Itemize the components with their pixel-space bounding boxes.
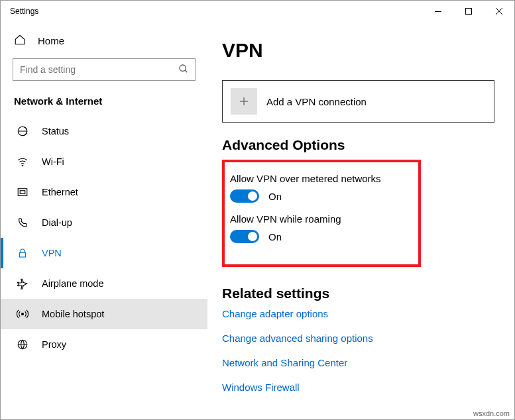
- sidebar-item-status[interactable]: Status: [1, 116, 207, 146]
- watermark: wsxdn.com: [473, 409, 510, 417]
- sidebar-item-dialup[interactable]: Dial-up: [1, 207, 207, 238]
- search-icon: [178, 64, 189, 77]
- home-label: Home: [38, 35, 64, 46]
- sidebar-item-vpn[interactable]: VPN: [1, 238, 207, 268]
- page-title: VPN: [222, 39, 494, 62]
- category-header: Network & Internet: [1, 91, 207, 116]
- svg-line-5: [185, 70, 187, 72]
- home-link[interactable]: Home: [1, 27, 207, 54]
- sidebar-item-ethernet[interactable]: Ethernet: [1, 177, 207, 207]
- sidebar-item-proxy[interactable]: Proxy: [1, 329, 207, 360]
- svg-point-4: [180, 65, 186, 71]
- home-icon: [14, 34, 26, 48]
- svg-point-7: [22, 165, 23, 166]
- airplane-icon: [17, 278, 29, 289]
- add-vpn-label: Add a VPN connection: [266, 96, 367, 107]
- toggle-roaming-switch[interactable]: [230, 230, 259, 243]
- svg-point-11: [22, 313, 24, 315]
- titlebar: Settings: [1, 1, 514, 22]
- ethernet-icon: [17, 186, 29, 198]
- maximize-button[interactable]: [453, 1, 484, 22]
- sidebar-item-label: Ethernet: [42, 187, 78, 197]
- main-content: VPN Add a VPN connection Advanced Option…: [207, 22, 514, 419]
- toggle-metered: Allow VPN over metered networks On: [230, 173, 408, 203]
- status-icon: [17, 125, 29, 137]
- sidebar-item-label: Wi-Fi: [42, 156, 64, 167]
- toggle-metered-switch[interactable]: [230, 189, 259, 203]
- close-button[interactable]: [484, 1, 514, 22]
- svg-rect-9: [20, 191, 25, 194]
- svg-rect-1: [466, 9, 472, 15]
- plus-icon: [231, 88, 257, 115]
- sidebar-item-label: Dial-up: [42, 217, 72, 228]
- highlight-box: Allow VPN over metered networks On Allow…: [222, 160, 421, 267]
- related-settings-title: Related settings: [222, 286, 494, 301]
- wifi-icon: [17, 156, 29, 168]
- search-input[interactable]: [13, 58, 196, 81]
- window-title: Settings: [10, 7, 423, 16]
- sidebar-item-label: Status: [42, 126, 69, 136]
- toggle-roaming-label: Allow VPN while roaming: [230, 213, 408, 225]
- link-firewall[interactable]: Windows Firewall: [222, 382, 494, 393]
- svg-rect-8: [18, 189, 27, 196]
- sidebar-item-label: Proxy: [42, 339, 66, 350]
- sidebar: Home Network & Internet Status Wi-Fi: [1, 22, 207, 419]
- link-adapter-options[interactable]: Change adapter options: [222, 308, 494, 319]
- link-network-center[interactable]: Network and Sharing Center: [222, 357, 494, 368]
- advanced-options-title: Advanced Options: [222, 137, 494, 153]
- add-vpn-connection[interactable]: Add a VPN connection: [222, 80, 494, 123]
- svg-rect-10: [20, 252, 26, 257]
- sidebar-item-hotspot[interactable]: Mobile hotspot: [1, 299, 207, 329]
- toggle-roaming: Allow VPN while roaming On: [230, 213, 408, 243]
- search-container: [13, 58, 196, 81]
- window-controls: [423, 1, 514, 22]
- toggle-metered-state: On: [268, 191, 282, 202]
- sidebar-item-label: Airplane mode: [42, 278, 104, 289]
- sidebar-item-airplane[interactable]: Airplane mode: [1, 268, 207, 299]
- toggle-metered-label: Allow VPN over metered networks: [230, 173, 408, 184]
- minimize-button[interactable]: [423, 1, 453, 22]
- hotspot-icon: [17, 308, 29, 320]
- sidebar-item-label: VPN: [42, 248, 62, 258]
- nav-list: Status Wi-Fi Ethernet Dial-up VPN: [1, 116, 207, 419]
- link-sharing-options[interactable]: Change advanced sharing options: [222, 333, 494, 344]
- vpn-icon: [17, 247, 29, 259]
- sidebar-item-wifi[interactable]: Wi-Fi: [1, 146, 207, 177]
- sidebar-item-label: Mobile hotspot: [42, 309, 104, 319]
- toggle-roaming-state: On: [268, 231, 282, 242]
- proxy-icon: [17, 339, 29, 350]
- dialup-icon: [17, 217, 29, 229]
- related-links: Change adapter options Change advanced s…: [222, 308, 494, 393]
